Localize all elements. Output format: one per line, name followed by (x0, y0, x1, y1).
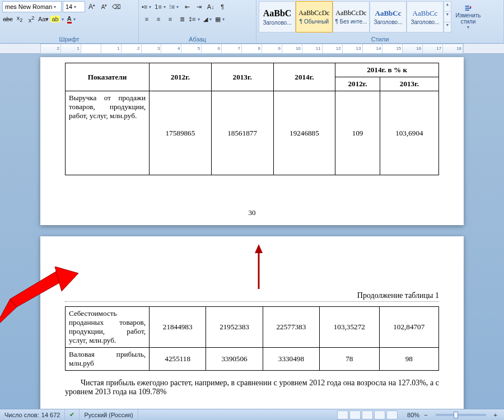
grow-font-button[interactable]: A▴ (86, 1, 97, 12)
bullets-icon: •≡ (142, 3, 147, 10)
cell: 3330498 (263, 348, 319, 371)
style-heading2[interactable]: AaBbCc Заголово... (370, 1, 407, 32)
document-area[interactable]: Показатели 2012г. 2013г. 2014г. 2014г. в… (0, 54, 504, 409)
cell: 18561877 (211, 91, 273, 175)
dropdown-icon: ▾ (72, 17, 77, 22)
eraser-icon: ⌫ (112, 3, 121, 11)
cell: 102,84707 (379, 307, 438, 348)
table-header-row: Показатели 2012г. 2013г. 2014г. 2014г. в… (66, 63, 439, 77)
sort-button[interactable]: A↓ (205, 1, 216, 12)
align-left-icon: ≡ (145, 16, 148, 22)
cell: 103,35272 (320, 307, 379, 348)
style-heading1[interactable]: AaBbC Заголово... (259, 1, 296, 32)
grow-font-icon: A▴ (88, 3, 95, 11)
shading-button[interactable]: ◢▾ (203, 13, 214, 25)
col-header: Показатели (66, 63, 150, 91)
line-spacing-button[interactable]: ‡≡▾ (188, 13, 202, 25)
style-heading3[interactable]: AaBbCc Заголово... (407, 1, 444, 32)
view-print-layout[interactable] (337, 410, 348, 419)
language-status[interactable]: Русский (Россия) (80, 409, 138, 420)
data-table-2[interactable]: Себестоимость проданных товаров, продукц… (65, 306, 439, 371)
table-row[interactable]: Выручка от продажи товаров, продукции, р… (66, 91, 439, 175)
shrink-font-icon: A▾ (101, 3, 108, 10)
style-preview: AaBbCcDc (335, 9, 366, 17)
superscript-button[interactable]: x2 (26, 13, 37, 25)
highlight-button[interactable]: ab▾ (50, 13, 66, 25)
status-bar: Число слов: 14 672 ✔ Русский (Россия) 80… (0, 409, 504, 420)
word-count-label: Число слов: (4, 412, 39, 418)
show-marks-button[interactable]: ¶ (217, 1, 228, 12)
borders-button[interactable]: ▦▾ (214, 13, 227, 25)
zoom-thumb[interactable] (454, 412, 458, 418)
case-icon: Aa▾ (38, 16, 49, 23)
increase-indent-button[interactable]: ⇥ (193, 1, 204, 12)
styles-gallery: AaBbC Заголово... AaBbCcDc ¶ Обычный AaB… (259, 1, 501, 32)
page-number: 30 (40, 208, 464, 217)
word-count[interactable]: Число слов: 14 672 (0, 409, 65, 420)
ruler-mark: 9 (262, 44, 282, 53)
ruler-mark: 6 (202, 44, 222, 53)
zoom-value[interactable]: 80% (407, 412, 419, 418)
change-styles-button[interactable]: Изменить стили ▾ (451, 1, 485, 32)
numbering-button[interactable]: 1≡▾ (154, 1, 168, 12)
style-normal[interactable]: AaBbCcDc ¶ Обычный (296, 1, 333, 32)
cell: 78 (320, 348, 379, 371)
chevron-down-icon: ▾ (444, 11, 451, 21)
table-row[interactable]: Себестоимость проданных товаров, продукц… (66, 307, 439, 348)
justify-button[interactable]: ≣ (176, 13, 188, 25)
shrink-font-button[interactable]: A▾ (99, 1, 110, 12)
style-no-spacing[interactable]: AaBbCcDc ¶ Без инте... (333, 1, 370, 32)
align-right-button[interactable]: ≡ (165, 13, 176, 25)
line-spacing-icon: ‡≡ (189, 16, 196, 22)
zoom-out-button[interactable]: − (422, 412, 430, 418)
view-draft[interactable] (386, 410, 398, 419)
clear-formatting-button[interactable]: ⌫ (111, 1, 122, 12)
style-caption: ¶ Без инте... (335, 18, 367, 25)
view-outline[interactable] (374, 410, 385, 419)
font-color-button[interactable]: A▾ (67, 13, 78, 25)
dropdown-icon: ▾ (52, 4, 58, 10)
ruler-mark: 12 (323, 44, 343, 53)
ruler-mark: 16 (403, 44, 423, 53)
table-row[interactable]: Валовая прибыль, млн.руб 4255118 3390506… (66, 348, 439, 371)
paragraph-group-label: Абзац (141, 35, 254, 43)
data-table-1[interactable]: Показатели 2012г. 2013г. 2014г. 2014г. в… (65, 63, 439, 175)
multilevel-icon: ⁝≡ (169, 3, 175, 11)
align-center-icon: ≡ (157, 16, 160, 22)
font-size-combo[interactable]: 14 ▾ (63, 1, 85, 12)
col-header: 2013г. (211, 63, 273, 91)
strikethrough-button[interactable]: abc (2, 13, 13, 25)
styles-scroll[interactable]: ▴ ▾ ▾ (444, 1, 451, 32)
change-styles-icon (464, 4, 472, 12)
ruler-mark: 5 (181, 44, 202, 53)
align-left-button[interactable]: ≡ (141, 13, 152, 25)
horizontal-ruler[interactable]: 2 1 1 2 3 4 5 6 7 8 9 10 11 12 13 14 15 … (40, 44, 464, 54)
cell: 21844983 (150, 307, 206, 348)
ruler-mark: 13 (343, 44, 363, 53)
font-group-label: Шрифт (2, 35, 136, 43)
font-name-value: mes New Roman (5, 3, 52, 10)
bullets-button[interactable]: •≡▾ (141, 1, 153, 12)
cell: 22577383 (263, 307, 319, 348)
cell: 109 (335, 91, 380, 175)
page-2[interactable]: Продолжение таблицы 1 Себестоимость прод… (40, 236, 464, 409)
view-full-screen[interactable] (349, 410, 361, 419)
spellcheck-button[interactable]: ✔ (65, 409, 80, 420)
styles-group-label: Стили (259, 35, 501, 43)
dotted-guide (65, 301, 439, 302)
zoom-slider[interactable] (436, 414, 486, 416)
decrease-indent-button[interactable]: ⇤ (181, 1, 193, 12)
page-1[interactable]: Показатели 2012г. 2013г. 2014г. 2014г. в… (40, 57, 464, 225)
paragraph-group: •≡▾ 1≡▾ ⁝≡▾ ⇤ ⇥ A↓ ¶ ≡ ≡ ≡ ≣ ‡≡▾ ◢▾ ▦▾ А… (139, 0, 256, 43)
borders-icon: ▦ (215, 16, 221, 23)
view-web-layout[interactable] (362, 410, 373, 419)
font-name-combo[interactable]: mes New Roman ▾ (2, 1, 62, 12)
cell: 4255118 (150, 348, 206, 371)
pilcrow-icon: ¶ (221, 3, 224, 10)
zoom-in-button[interactable]: + (492, 412, 500, 418)
spellcheck-icon: ✔ (69, 411, 74, 418)
multilevel-button[interactable]: ⁝≡▾ (169, 1, 181, 12)
change-case-button[interactable]: Aa▾ (38, 13, 49, 25)
align-center-button[interactable]: ≡ (153, 13, 164, 25)
subscript-button[interactable]: x2 (14, 13, 25, 25)
